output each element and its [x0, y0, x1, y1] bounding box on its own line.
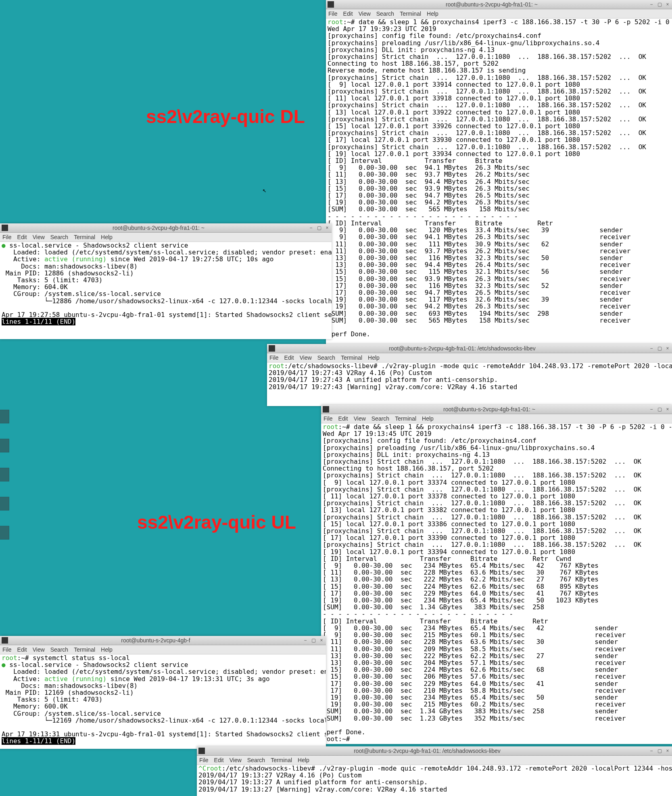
close-button[interactable]: ×	[664, 406, 671, 413]
close-button[interactable]: ×	[664, 345, 671, 352]
minimize-button[interactable]: −	[648, 1, 655, 8]
menu-help[interactable]: Help	[101, 234, 113, 240]
menubar: File Edit View Search Terminal Help	[326, 9, 672, 19]
maximize-button[interactable]: ▢	[656, 748, 663, 754]
desktop-icon[interactable]	[0, 410, 5, 431]
minimize-button[interactable]: −	[302, 637, 309, 644]
menu-edit[interactable]: Edit	[214, 757, 224, 763]
menu-view[interactable]: View	[33, 234, 45, 240]
menu-help[interactable]: Help	[101, 646, 113, 653]
overlay-ul-label: ss2\v2ray-quic UL	[137, 511, 296, 533]
menubar: File Edit View Search Terminal Help	[321, 414, 672, 423]
menu-search[interactable]: Search	[247, 757, 265, 763]
terminal-icon	[269, 345, 275, 352]
maximize-button[interactable]: ▢	[656, 406, 663, 413]
titlebar[interactable]: root@ubuntu-s-2vcpu-4gb-fra1-01: ~ − ▢ ×	[0, 223, 332, 233]
menu-search[interactable]: Search	[50, 646, 68, 653]
close-button[interactable]: ×	[323, 225, 331, 231]
window-title: root@ubuntu-s-2vcpu-4gb-fra1-01: /etc/sh…	[207, 748, 648, 754]
mouse-cursor-icon: ↖	[263, 186, 267, 194]
close-button[interactable]: ×	[664, 748, 671, 754]
minimize-button[interactable]: −	[648, 345, 655, 352]
menu-terminal[interactable]: Terminal	[271, 757, 292, 763]
menu-edit[interactable]: Edit	[17, 234, 27, 240]
menu-file[interactable]: File	[323, 415, 333, 422]
menu-help[interactable]: Help	[422, 415, 434, 422]
menu-terminal[interactable]: Terminal	[395, 415, 416, 422]
terminal-systemctl-2[interactable]: root@ubuntu-s-2vcpu-4gb-f − ▢ × File Edi…	[0, 636, 326, 749]
terminal-icon	[323, 406, 329, 413]
terminal-icon	[198, 748, 205, 754]
menu-file[interactable]: File	[199, 757, 209, 763]
menu-search[interactable]: Search	[376, 10, 394, 17]
menubar: File Edit View Search Terminal Help	[0, 645, 326, 654]
menu-help[interactable]: Help	[368, 354, 380, 361]
terminal-v2ray-1[interactable]: root@ubuntu-s-2vcpu-4gb-fra1-01: /etc/sh…	[267, 344, 672, 406]
maximize-button[interactable]: ▢	[315, 225, 323, 231]
window-title: root@ubuntu-s-2vcpu-4gb-fra1-01: ~	[10, 225, 307, 231]
minimize-button[interactable]: −	[307, 225, 315, 231]
pager-status: lines 1-11/11 (END)	[2, 737, 75, 745]
menu-terminal[interactable]: Terminal	[74, 234, 95, 240]
terminal-output[interactable]: ● ss-local.service - Shadowsocks2 client…	[0, 242, 332, 339]
menu-view[interactable]: View	[300, 354, 312, 361]
overlay-dl-label: ss2\v2ray-quic DL	[146, 106, 305, 127]
terminal-output[interactable]: root:~# date && sleep 1 && proxychains4 …	[326, 19, 672, 345]
titlebar[interactable]: root@ubuntu-s-2vcpu-4gb-fra1-01: ~ − ▢ ×	[321, 405, 672, 414]
menubar: File Edit View Search Terminal Help	[0, 233, 332, 242]
titlebar[interactable]: root@ubuntu-s-2vcpu-4gb-fra1-01: /etc/sh…	[267, 344, 672, 353]
menu-edit[interactable]: Edit	[343, 10, 353, 17]
terminal-output[interactable]: root:~# systemctl status ss-local ● ss-l…	[0, 654, 326, 749]
terminal-icon	[2, 637, 8, 644]
terminal-iperf-download[interactable]: root@ubuntu-s-2vcpu-4gb-fra1-01: ~ − ▢ ×…	[326, 0, 672, 345]
menu-terminal[interactable]: Terminal	[400, 10, 421, 17]
terminal-iperf-upload[interactable]: root@ubuntu-s-2vcpu-4gb-fra1-01: ~ − ▢ ×…	[321, 405, 672, 744]
window-title: root@ubuntu-s-2vcpu-4gb-fra1-01: /etc/sh…	[277, 345, 648, 352]
terminal-systemctl-1[interactable]: root@ubuntu-s-2vcpu-4gb-fra1-01: ~ − ▢ ×…	[0, 223, 332, 339]
terminal-output[interactable]: ^Croot:/etc/shadowsocks-libev# ./v2ray-p…	[197, 765, 672, 796]
titlebar[interactable]: root@ubuntu-s-2vcpu-4gb-f − ▢ ×	[0, 636, 326, 645]
menu-view[interactable]: View	[359, 10, 371, 17]
menu-edit[interactable]: Edit	[17, 646, 27, 653]
titlebar[interactable]: root@ubuntu-s-2vcpu-4gb-fra1-01: ~ − ▢ ×	[326, 0, 672, 9]
window-title: root@ubuntu-s-2vcpu-4gb-fra1-01: ~	[331, 406, 648, 413]
window-title: root@ubuntu-s-2vcpu-4gb-fra1-01: ~	[336, 1, 648, 8]
terminal-output[interactable]: root:/etc/shadowsocks-libev# ./v2ray-plu…	[267, 363, 672, 406]
terminal-v2ray-2[interactable]: root@ubuntu-s-2vcpu-4gb-fra1-01: /etc/sh…	[197, 746, 672, 796]
menu-file[interactable]: File	[269, 354, 279, 361]
menu-view[interactable]: View	[33, 646, 45, 653]
menu-file[interactable]: File	[2, 234, 12, 240]
minimize-button[interactable]: −	[648, 748, 655, 754]
menu-help[interactable]: Help	[427, 10, 438, 17]
pager-status: lines 1-11/11 (END)	[2, 318, 75, 325]
maximize-button[interactable]: ▢	[656, 1, 663, 8]
maximize-button[interactable]: ▢	[310, 637, 317, 644]
menu-view[interactable]: View	[354, 415, 366, 422]
maximize-button[interactable]: ▢	[656, 345, 663, 352]
close-button[interactable]: ×	[318, 637, 325, 644]
close-button[interactable]: ×	[664, 1, 671, 8]
desktop-icon[interactable]	[0, 439, 5, 460]
menu-file[interactable]: File	[2, 646, 12, 653]
menu-view[interactable]: View	[230, 757, 242, 763]
menu-terminal[interactable]: Terminal	[341, 354, 362, 361]
titlebar[interactable]: root@ubuntu-s-2vcpu-4gb-fra1-01: /etc/sh…	[197, 746, 672, 756]
menu-search[interactable]: Search	[371, 415, 389, 422]
window-title: root@ubuntu-s-2vcpu-4gb-f	[10, 637, 302, 644]
menu-file[interactable]: File	[328, 10, 338, 17]
menu-help[interactable]: Help	[298, 757, 309, 763]
menu-search[interactable]: Search	[317, 354, 335, 361]
desktop-icon[interactable]	[0, 468, 5, 489]
menu-edit[interactable]: Edit	[338, 415, 348, 422]
terminal-output[interactable]: root:~# date && sleep 1 && proxychains4 …	[321, 423, 672, 744]
terminal-icon	[328, 1, 334, 8]
menubar: File Edit View Search Terminal Help	[267, 353, 672, 363]
desktop-icon[interactable]	[0, 497, 5, 518]
terminal-icon	[2, 225, 8, 231]
menu-search[interactable]: Search	[50, 234, 68, 240]
minimize-button[interactable]: −	[648, 406, 655, 413]
menu-edit[interactable]: Edit	[284, 354, 294, 361]
menubar: File Edit View Search Terminal Help	[197, 756, 672, 765]
desktop-icon[interactable]	[0, 526, 5, 547]
menu-terminal[interactable]: Terminal	[74, 646, 95, 653]
